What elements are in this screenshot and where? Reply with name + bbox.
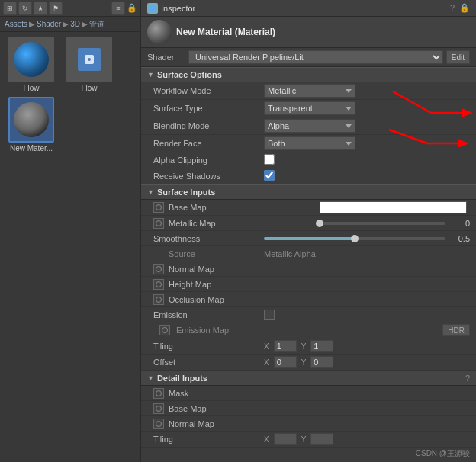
metallic-map-slider[interactable] xyxy=(320,222,446,225)
asset-thumb-1 xyxy=(8,37,54,82)
inspector-icon xyxy=(147,3,158,14)
assets-grid: Flow Flow New M xyxy=(0,32,140,157)
prop-height-map: Height Map xyxy=(141,277,476,292)
prop-value-blending-mode: Alpha xyxy=(264,119,470,133)
detail-normal-map-checkbox[interactable] xyxy=(153,419,164,429)
svg-point-2 xyxy=(150,5,156,11)
help-btn[interactable]: ? xyxy=(450,3,455,13)
detail-base-map-checkbox[interactable] xyxy=(153,403,164,414)
detail-tiling-x-label: X xyxy=(264,435,269,444)
prop-detail-tiling: Tiling X Y xyxy=(141,432,476,448)
detail-normal-map-label: Normal Map xyxy=(167,419,470,428)
breadcrumb-shader[interactable]: Shader xyxy=(37,20,61,28)
smoothness-slider[interactable] xyxy=(264,237,445,240)
tiling-x-input[interactable] xyxy=(274,340,297,352)
tool-btn-4[interactable]: ⚑ xyxy=(49,2,63,15)
prop-emission: Emission xyxy=(141,307,476,322)
surface-type-select[interactable]: Transparent xyxy=(264,101,355,115)
shader-label: Shader xyxy=(147,53,185,62)
section-surface-options[interactable]: ▼ Surface Options xyxy=(141,67,476,82)
smoothness-slider-fill xyxy=(264,237,355,240)
offset-y-input[interactable] xyxy=(310,356,333,368)
prop-value-surface-type: Transparent xyxy=(264,101,470,115)
prop-metallic-map: Metallic Map 0 xyxy=(141,216,476,231)
prop-tiling: Tiling X Y xyxy=(141,338,476,355)
prop-source: Source Metallic Alpha xyxy=(141,246,476,261)
tool-btn-1[interactable]: ⊞ xyxy=(3,2,17,15)
breadcrumb-3d[interactable]: 3D xyxy=(70,20,80,28)
prop-label-receive-shadows: Receive Shadows xyxy=(153,172,264,181)
detail-mask-checkbox[interactable] xyxy=(153,388,164,399)
tool-btn-2[interactable]: ↻ xyxy=(18,2,32,15)
lock-icon[interactable]: 🔒 xyxy=(127,3,137,13)
prop-alpha-clipping: Alpha Clipping xyxy=(141,152,476,168)
base-map-color[interactable] xyxy=(320,201,468,213)
offset-x-input[interactable] xyxy=(274,356,297,368)
prop-label-detail-tiling: Tiling xyxy=(153,435,264,444)
prop-normal-map: Normal Map xyxy=(141,261,476,277)
asset-label-2: Flow xyxy=(81,84,97,92)
left-toolbar: ⊞ ↻ ★ ⚑ ≡ 🔒 xyxy=(0,0,140,17)
metallic-map-checkbox[interactable] xyxy=(153,218,164,229)
alpha-clipping-checkbox[interactable] xyxy=(264,154,275,165)
material-info: New Material (Material) xyxy=(176,27,470,37)
detail-tiling-y-input[interactable] xyxy=(310,433,333,445)
normal-map-checkbox[interactable] xyxy=(153,264,164,274)
edit-button[interactable]: Edit xyxy=(446,50,470,64)
tool-btn-5[interactable]: ≡ xyxy=(111,2,125,15)
render-face-select[interactable]: Both xyxy=(264,136,355,150)
emission-checkbox[interactable] xyxy=(264,310,275,320)
prop-surface-type: Surface Type Transparent xyxy=(141,100,476,117)
prop-value-source: Metallic Alpha xyxy=(264,249,470,258)
tool-btn-3[interactable]: ★ xyxy=(34,2,47,15)
section-surface-inputs[interactable]: ▼ Surface Inputs xyxy=(141,184,476,200)
tiling-xy: X Y xyxy=(264,340,333,352)
left-panel: ⊞ ↻ ★ ⚑ ≡ 🔒 Assets ▶ Shader ▶ 3D ▶ 管道 xyxy=(0,0,141,462)
detail-tiling-y-label: Y xyxy=(301,435,307,444)
breadcrumb-pipe[interactable]: 管道 xyxy=(89,19,105,30)
smoothness-slider-thumb[interactable] xyxy=(351,235,359,242)
detail-help-icon[interactable]: ? xyxy=(465,374,470,383)
smoothness-value: 0.5 xyxy=(449,234,470,243)
shader-row: Shader Universal Render Pipeline/Lit Edi… xyxy=(141,48,476,67)
prop-workflow-mode: Workflow Mode Metallic xyxy=(141,82,476,100)
asset-item-flow-sphere[interactable]: Flow xyxy=(5,37,58,92)
smoothness-slider-container: 0.5 xyxy=(264,234,470,243)
material-header: New Material (Material) xyxy=(141,17,476,48)
asset-item-flow-icon[interactable]: Flow xyxy=(63,37,116,92)
section-title-surface-options: Surface Options xyxy=(157,70,222,79)
lock-btn[interactable]: 🔒 xyxy=(459,3,470,13)
occlusion-map-checkbox[interactable] xyxy=(153,294,164,305)
tiling-x-label: X xyxy=(264,342,269,351)
offset-xy: X Y xyxy=(264,356,333,368)
prop-base-map: Base Map xyxy=(141,200,476,216)
section-detail-inputs[interactable]: ▼ Detail Inputs ? xyxy=(141,371,476,386)
prop-value-receive-shadows xyxy=(264,170,470,182)
metallic-map-label: Metallic Map xyxy=(167,219,320,228)
height-map-checkbox[interactable] xyxy=(153,279,164,290)
source-value-text: Metallic Alpha xyxy=(264,249,316,258)
prop-value-workflow-mode: Metallic xyxy=(264,84,470,98)
detail-mask-label: Mask xyxy=(167,389,470,398)
prop-detail-mask: Mask xyxy=(141,386,476,401)
detail-tiling-x-input[interactable] xyxy=(274,433,297,445)
metallic-map-slider-thumb[interactable] xyxy=(316,220,323,227)
breadcrumb-assets[interactable]: Assets xyxy=(5,20,27,28)
asset-item-new-material[interactable]: New Mater... xyxy=(5,97,58,152)
shader-select[interactable]: Universal Render Pipeline/Lit xyxy=(188,50,443,64)
base-map-checkbox[interactable] xyxy=(153,202,164,213)
tiling-y-input[interactable] xyxy=(310,340,333,352)
hdr-button[interactable]: HDR xyxy=(442,324,470,336)
receive-shadows-checkbox[interactable] xyxy=(264,170,275,181)
asset-label-1: Flow xyxy=(23,84,39,92)
blending-mode-select[interactable]: Alpha xyxy=(264,119,355,133)
prop-value-alpha-clipping xyxy=(264,154,470,166)
inspector-content[interactable]: ▼ Surface Options Workflow Mode Metallic… xyxy=(141,67,476,462)
prop-emission-map: Emission Map HDR xyxy=(141,322,476,338)
prop-render-face: Render Face Both xyxy=(141,135,476,152)
workflow-mode-select[interactable]: Metallic xyxy=(264,84,355,98)
prop-detail-base-map: Base Map xyxy=(141,401,476,416)
emission-map-checkbox[interactable] xyxy=(159,325,170,335)
prop-value-render-face: Both xyxy=(264,136,470,150)
prop-label-workflow-mode: Workflow Mode xyxy=(153,86,264,95)
